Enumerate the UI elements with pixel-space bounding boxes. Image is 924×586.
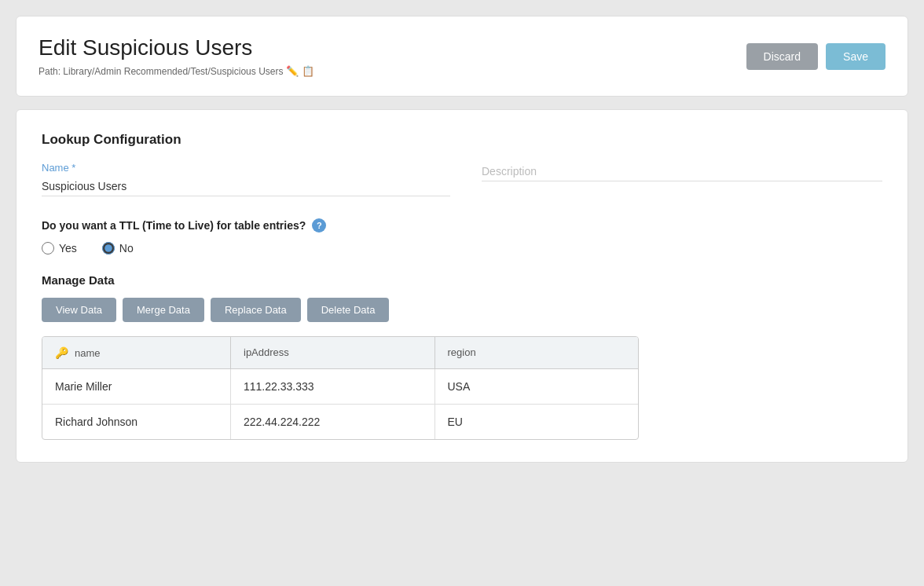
merge-data-button[interactable]: Merge Data	[123, 298, 204, 322]
discard-button[interactable]: Discard	[746, 43, 818, 70]
ttl-no-text: No	[119, 242, 134, 255]
table-row: Richard Johnson 222.44.224.222 EU	[42, 405, 638, 439]
row1-region: USA	[435, 369, 639, 404]
ttl-no-radio[interactable]	[102, 242, 115, 255]
ttl-no-label[interactable]: No	[102, 242, 134, 255]
manage-data-title: Manage Data	[42, 273, 882, 287]
ttl-section: Do you want a TTL (Time to Live) for tab…	[42, 218, 882, 255]
ttl-yes-text: Yes	[59, 242, 77, 255]
header-card: Edit Suspicious Users Path: Library/Admi…	[16, 16, 908, 97]
form-row-name-desc: Name * Suspicious Users Description	[42, 162, 882, 196]
save-button[interactable]: Save	[826, 43, 886, 70]
row2-region: EU	[435, 405, 639, 439]
row1-name: Marie Miller	[42, 369, 231, 404]
manage-data-section: Manage Data View Data Merge Data Replace…	[42, 273, 882, 440]
ttl-question-text: Do you want a TTL (Time to Live) for tab…	[42, 219, 306, 232]
key-icon: 🔑	[55, 346, 68, 359]
edit-icon[interactable]: ✏️	[286, 65, 299, 77]
view-data-button[interactable]: View Data	[42, 298, 116, 322]
table-col-region: region	[435, 337, 639, 368]
name-field-group: Name * Suspicious Users	[42, 162, 450, 196]
ttl-question: Do you want a TTL (Time to Live) for tab…	[42, 218, 882, 233]
section-title: Lookup Configuration	[42, 132, 882, 148]
header-actions: Discard Save	[746, 43, 886, 70]
delete-data-button[interactable]: Delete Data	[307, 298, 390, 322]
data-table: 🔑 name ipAddress region Marie Miller 111…	[42, 336, 639, 440]
header-left: Edit Suspicious Users Path: Library/Admi…	[38, 35, 314, 77]
breadcrumb: Path: Library/Admin Recommended/Test/Sus…	[38, 65, 314, 77]
help-icon[interactable]: ?	[312, 218, 326, 233]
ttl-yes-label[interactable]: Yes	[42, 242, 77, 255]
breadcrumb-text: Path: Library/Admin Recommended/Test/Sus…	[38, 66, 283, 77]
table-col-name: 🔑 name	[42, 337, 231, 368]
col-region-label: region	[448, 346, 476, 358]
copy-icon[interactable]: 📋	[302, 65, 314, 77]
row2-ipaddress: 222.44.224.222	[231, 405, 435, 439]
col-name-label: name	[75, 347, 101, 359]
page-wrapper: Edit Suspicious Users Path: Library/Admi…	[16, 16, 908, 463]
replace-data-button[interactable]: Replace Data	[211, 298, 301, 322]
row1-ipaddress: 111.22.33.333	[231, 369, 435, 404]
ttl-yes-radio[interactable]	[42, 242, 54, 255]
config-card: Lookup Configuration Name * Suspicious U…	[16, 109, 908, 463]
data-buttons: View Data Merge Data Replace Data Delete…	[42, 298, 882, 322]
table-col-ipaddress: ipAddress	[231, 337, 435, 368]
col-ipaddress-label: ipAddress	[244, 346, 289, 358]
row2-name: Richard Johnson	[42, 405, 231, 439]
description-placeholder[interactable]: Description	[482, 162, 882, 181]
table-header: 🔑 name ipAddress region	[42, 337, 638, 369]
page-title: Edit Suspicious Users	[38, 35, 314, 60]
ttl-radio-group: Yes No	[42, 242, 882, 255]
table-row: Marie Miller 111.22.33.333 USA	[42, 369, 638, 405]
name-value[interactable]: Suspicious Users	[42, 177, 450, 196]
name-label: Name *	[42, 162, 450, 174]
description-field-group: Description	[482, 162, 882, 196]
